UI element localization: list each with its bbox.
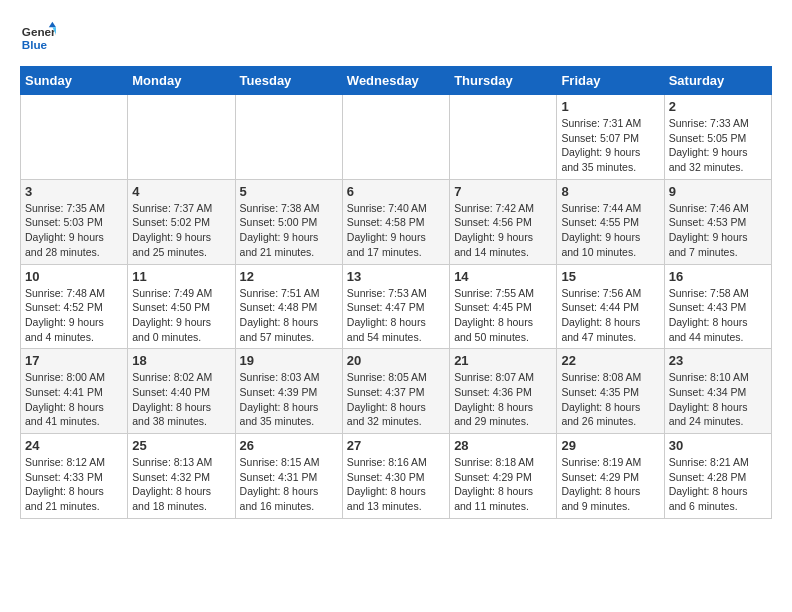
calendar-week-row: 10Sunrise: 7:48 AM Sunset: 4:52 PM Dayli… — [21, 264, 772, 349]
day-number: 10 — [25, 269, 123, 284]
calendar-cell — [450, 95, 557, 180]
day-info: Sunrise: 8:00 AM Sunset: 4:41 PM Dayligh… — [25, 370, 123, 429]
day-number: 1 — [561, 99, 659, 114]
calendar-cell: 1Sunrise: 7:31 AM Sunset: 5:07 PM Daylig… — [557, 95, 664, 180]
day-number: 28 — [454, 438, 552, 453]
calendar-cell: 2Sunrise: 7:33 AM Sunset: 5:05 PM Daylig… — [664, 95, 771, 180]
day-number: 14 — [454, 269, 552, 284]
day-info: Sunrise: 7:58 AM Sunset: 4:43 PM Dayligh… — [669, 286, 767, 345]
weekday-header-sunday: Sunday — [21, 67, 128, 95]
day-number: 12 — [240, 269, 338, 284]
day-info: Sunrise: 8:07 AM Sunset: 4:36 PM Dayligh… — [454, 370, 552, 429]
day-info: Sunrise: 8:21 AM Sunset: 4:28 PM Dayligh… — [669, 455, 767, 514]
calendar-cell: 11Sunrise: 7:49 AM Sunset: 4:50 PM Dayli… — [128, 264, 235, 349]
calendar-cell: 12Sunrise: 7:51 AM Sunset: 4:48 PM Dayli… — [235, 264, 342, 349]
day-number: 5 — [240, 184, 338, 199]
calendar-cell: 13Sunrise: 7:53 AM Sunset: 4:47 PM Dayli… — [342, 264, 449, 349]
day-info: Sunrise: 7:44 AM Sunset: 4:55 PM Dayligh… — [561, 201, 659, 260]
day-info: Sunrise: 8:03 AM Sunset: 4:39 PM Dayligh… — [240, 370, 338, 429]
day-number: 24 — [25, 438, 123, 453]
day-info: Sunrise: 8:13 AM Sunset: 4:32 PM Dayligh… — [132, 455, 230, 514]
calendar-cell: 8Sunrise: 7:44 AM Sunset: 4:55 PM Daylig… — [557, 179, 664, 264]
calendar-cell: 28Sunrise: 8:18 AM Sunset: 4:29 PM Dayli… — [450, 434, 557, 519]
day-number: 17 — [25, 353, 123, 368]
calendar-cell: 15Sunrise: 7:56 AM Sunset: 4:44 PM Dayli… — [557, 264, 664, 349]
day-info: Sunrise: 7:46 AM Sunset: 4:53 PM Dayligh… — [669, 201, 767, 260]
day-number: 3 — [25, 184, 123, 199]
day-info: Sunrise: 7:49 AM Sunset: 4:50 PM Dayligh… — [132, 286, 230, 345]
calendar-cell: 7Sunrise: 7:42 AM Sunset: 4:56 PM Daylig… — [450, 179, 557, 264]
day-info: Sunrise: 8:08 AM Sunset: 4:35 PM Dayligh… — [561, 370, 659, 429]
day-number: 29 — [561, 438, 659, 453]
day-info: Sunrise: 8:02 AM Sunset: 4:40 PM Dayligh… — [132, 370, 230, 429]
weekday-header-tuesday: Tuesday — [235, 67, 342, 95]
day-info: Sunrise: 8:05 AM Sunset: 4:37 PM Dayligh… — [347, 370, 445, 429]
calendar-cell: 29Sunrise: 8:19 AM Sunset: 4:29 PM Dayli… — [557, 434, 664, 519]
day-number: 20 — [347, 353, 445, 368]
calendar-cell: 14Sunrise: 7:55 AM Sunset: 4:45 PM Dayli… — [450, 264, 557, 349]
day-info: Sunrise: 8:18 AM Sunset: 4:29 PM Dayligh… — [454, 455, 552, 514]
calendar-cell: 27Sunrise: 8:16 AM Sunset: 4:30 PM Dayli… — [342, 434, 449, 519]
calendar-cell — [235, 95, 342, 180]
day-info: Sunrise: 7:35 AM Sunset: 5:03 PM Dayligh… — [25, 201, 123, 260]
day-number: 21 — [454, 353, 552, 368]
day-number: 26 — [240, 438, 338, 453]
day-info: Sunrise: 8:19 AM Sunset: 4:29 PM Dayligh… — [561, 455, 659, 514]
calendar-cell — [21, 95, 128, 180]
calendar-cell: 22Sunrise: 8:08 AM Sunset: 4:35 PM Dayli… — [557, 349, 664, 434]
day-info: Sunrise: 7:37 AM Sunset: 5:02 PM Dayligh… — [132, 201, 230, 260]
calendar-cell: 10Sunrise: 7:48 AM Sunset: 4:52 PM Dayli… — [21, 264, 128, 349]
svg-text:Blue: Blue — [22, 38, 48, 51]
day-info: Sunrise: 8:12 AM Sunset: 4:33 PM Dayligh… — [25, 455, 123, 514]
day-info: Sunrise: 7:42 AM Sunset: 4:56 PM Dayligh… — [454, 201, 552, 260]
day-info: Sunrise: 8:16 AM Sunset: 4:30 PM Dayligh… — [347, 455, 445, 514]
day-number: 8 — [561, 184, 659, 199]
logo-icon: General Blue — [20, 20, 56, 56]
calendar-cell: 6Sunrise: 7:40 AM Sunset: 4:58 PM Daylig… — [342, 179, 449, 264]
calendar-week-row: 3Sunrise: 7:35 AM Sunset: 5:03 PM Daylig… — [21, 179, 772, 264]
calendar-cell: 20Sunrise: 8:05 AM Sunset: 4:37 PM Dayli… — [342, 349, 449, 434]
calendar-cell: 19Sunrise: 8:03 AM Sunset: 4:39 PM Dayli… — [235, 349, 342, 434]
calendar-cell: 9Sunrise: 7:46 AM Sunset: 4:53 PM Daylig… — [664, 179, 771, 264]
day-number: 25 — [132, 438, 230, 453]
calendar-table: SundayMondayTuesdayWednesdayThursdayFrid… — [20, 66, 772, 519]
day-info: Sunrise: 7:31 AM Sunset: 5:07 PM Dayligh… — [561, 116, 659, 175]
weekday-header-saturday: Saturday — [664, 67, 771, 95]
calendar-cell: 16Sunrise: 7:58 AM Sunset: 4:43 PM Dayli… — [664, 264, 771, 349]
calendar-cell: 21Sunrise: 8:07 AM Sunset: 4:36 PM Dayli… — [450, 349, 557, 434]
day-info: Sunrise: 7:48 AM Sunset: 4:52 PM Dayligh… — [25, 286, 123, 345]
calendar-cell: 23Sunrise: 8:10 AM Sunset: 4:34 PM Dayli… — [664, 349, 771, 434]
day-info: Sunrise: 7:53 AM Sunset: 4:47 PM Dayligh… — [347, 286, 445, 345]
weekday-header-friday: Friday — [557, 67, 664, 95]
day-info: Sunrise: 8:15 AM Sunset: 4:31 PM Dayligh… — [240, 455, 338, 514]
day-number: 7 — [454, 184, 552, 199]
calendar-week-row: 1Sunrise: 7:31 AM Sunset: 5:07 PM Daylig… — [21, 95, 772, 180]
weekday-header-wednesday: Wednesday — [342, 67, 449, 95]
calendar-cell: 25Sunrise: 8:13 AM Sunset: 4:32 PM Dayli… — [128, 434, 235, 519]
calendar-week-row: 17Sunrise: 8:00 AM Sunset: 4:41 PM Dayli… — [21, 349, 772, 434]
day-number: 11 — [132, 269, 230, 284]
day-number: 4 — [132, 184, 230, 199]
day-number: 19 — [240, 353, 338, 368]
calendar-cell: 5Sunrise: 7:38 AM Sunset: 5:00 PM Daylig… — [235, 179, 342, 264]
day-number: 9 — [669, 184, 767, 199]
logo: General Blue — [20, 20, 56, 56]
weekday-header-monday: Monday — [128, 67, 235, 95]
calendar-cell: 4Sunrise: 7:37 AM Sunset: 5:02 PM Daylig… — [128, 179, 235, 264]
day-info: Sunrise: 7:33 AM Sunset: 5:05 PM Dayligh… — [669, 116, 767, 175]
calendar-cell: 24Sunrise: 8:12 AM Sunset: 4:33 PM Dayli… — [21, 434, 128, 519]
calendar-cell: 30Sunrise: 8:21 AM Sunset: 4:28 PM Dayli… — [664, 434, 771, 519]
page-header: General Blue — [20, 20, 772, 56]
day-number: 18 — [132, 353, 230, 368]
day-info: Sunrise: 7:38 AM Sunset: 5:00 PM Dayligh… — [240, 201, 338, 260]
calendar-week-row: 24Sunrise: 8:12 AM Sunset: 4:33 PM Dayli… — [21, 434, 772, 519]
day-number: 15 — [561, 269, 659, 284]
calendar-cell — [342, 95, 449, 180]
calendar-cell: 3Sunrise: 7:35 AM Sunset: 5:03 PM Daylig… — [21, 179, 128, 264]
weekday-header-row: SundayMondayTuesdayWednesdayThursdayFrid… — [21, 67, 772, 95]
day-number: 16 — [669, 269, 767, 284]
day-number: 22 — [561, 353, 659, 368]
calendar-cell: 26Sunrise: 8:15 AM Sunset: 4:31 PM Dayli… — [235, 434, 342, 519]
day-info: Sunrise: 7:40 AM Sunset: 4:58 PM Dayligh… — [347, 201, 445, 260]
day-info: Sunrise: 8:10 AM Sunset: 4:34 PM Dayligh… — [669, 370, 767, 429]
